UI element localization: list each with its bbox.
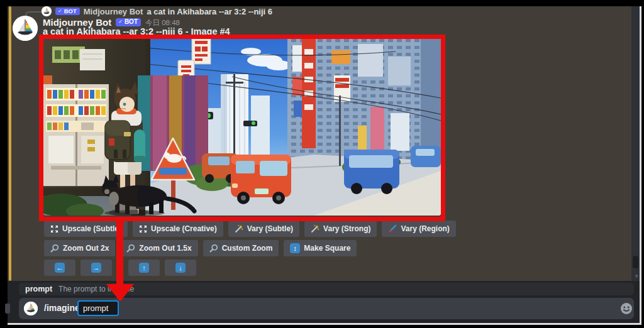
custom-zoom-button[interactable]: Custom Zoom <box>203 240 279 256</box>
pan-down-button[interactable]: ↓ <box>165 260 196 276</box>
arrow-down-icon: ↓ <box>175 263 186 273</box>
action-row-1: Upscale (Subtle) Upscale (Creative) Vary… <box>44 221 456 237</box>
arrow-right-icon: → <box>91 263 101 273</box>
action-row-3: ← → ↑ ↓ <box>44 260 196 276</box>
message-input-bar[interactable]: /imagine prompt <box>19 298 634 319</box>
reply-reference[interactable]: ✓BOT Midjourney Bot a cat in Akihabara -… <box>42 6 272 16</box>
magnifier-icon <box>50 244 59 253</box>
prompt-field[interactable]: prompt <box>77 300 119 316</box>
magic-wand-icon <box>235 224 243 233</box>
scrollbar[interactable]: ▾ <box>631 6 640 281</box>
zoom-out-2x-button[interactable]: Zoom Out 2x <box>44 240 115 256</box>
window-resize-notch <box>5 303 10 314</box>
arrow-left-icon: ← <box>55 263 65 273</box>
reply-avatar <box>42 6 52 16</box>
pan-right-button[interactable]: → <box>80 260 112 276</box>
composer-bot-avatar <box>24 302 38 315</box>
vary-strong-button[interactable]: Vary (Strong) <box>304 221 377 237</box>
zoom-out-1-5x-button[interactable]: Zoom Out 1.5x <box>120 240 197 256</box>
avatar[interactable] <box>13 16 38 41</box>
verified-bot-badge: ✓BOT <box>116 18 141 26</box>
attachment-image[interactable] <box>43 38 441 216</box>
emoji-button[interactable] <box>620 302 633 315</box>
arrow-up-icon: ↑ <box>139 263 149 273</box>
smiley-icon <box>620 302 633 315</box>
message-content: a cat in Akihabara --ar 3:2 --niji 6 - I… <box>43 26 230 36</box>
autocomplete-option-name[interactable]: prompt <box>25 285 52 293</box>
scrollbar-thumb[interactable] <box>633 256 638 268</box>
magic-wand-icon <box>311 224 319 233</box>
upscale-subtle-button[interactable]: Upscale (Subtle) <box>44 221 128 237</box>
check-icon: ✓ <box>118 19 123 25</box>
check-icon: ✓ <box>58 9 62 14</box>
up-down-arrow-icon: ↕ <box>290 243 300 253</box>
upscale-icon <box>50 225 58 233</box>
window-edge-highlight <box>8 323 641 325</box>
window-edge-highlight <box>640 6 641 325</box>
chat-area: ✓BOT Midjourney Bot a cat in Akihabara -… <box>8 6 640 281</box>
reply-content[interactable]: a cat in Akihabara --ar 3:2 --niji 6 <box>147 7 272 16</box>
slash-command-label: /imagine <box>44 303 80 313</box>
autocomplete-option-description: The prompt to imagine <box>58 285 134 293</box>
prompt-field-value: prompt <box>83 303 108 313</box>
verified-bot-badge: ✓BOT <box>55 8 80 16</box>
action-row-2: Zoom Out 2x Zoom Out 1.5x Custom Zoom ↕ … <box>44 240 357 256</box>
make-square-button[interactable]: ↕ Make Square <box>284 240 357 256</box>
scroll-down-icon[interactable]: ▾ <box>635 272 638 280</box>
mention-indicator-bar <box>9 6 11 281</box>
paintbrush-icon <box>388 224 397 233</box>
vary-subtle-button[interactable]: Vary (Subtle) <box>228 221 299 237</box>
pan-left-button[interactable]: ← <box>44 260 75 276</box>
upscale-creative-button[interactable]: Upscale (Creative) <box>133 221 223 237</box>
magnifier-icon <box>126 244 135 253</box>
upscale-icon <box>139 225 147 233</box>
magnifier-icon <box>209 244 218 253</box>
vary-region-button[interactable]: Vary (Region) <box>382 221 455 237</box>
composer-region: prompt The prompt to imagine /imagine pr… <box>8 281 640 323</box>
reply-author[interactable]: Midjourney Bot <box>84 7 143 16</box>
discord-app: ✓BOT Midjourney Bot a cat in Akihabara -… <box>8 6 640 323</box>
autocomplete-panel[interactable]: prompt The prompt to imagine <box>19 283 634 295</box>
discord-window: ✓BOT Midjourney Bot a cat in Akihabara -… <box>0 0 644 328</box>
pan-up-button[interactable]: ↑ <box>128 260 160 276</box>
